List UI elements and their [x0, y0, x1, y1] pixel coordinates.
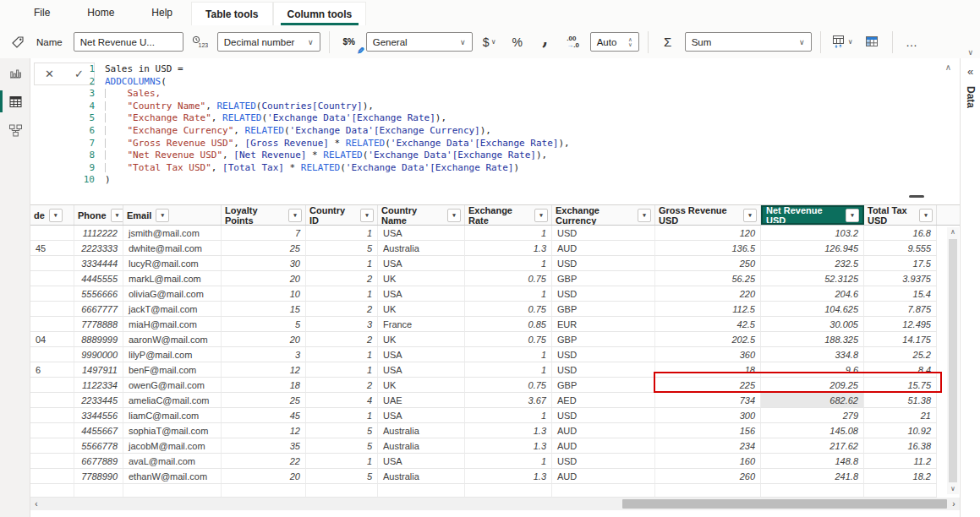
table-cell[interactable]: 21 [864, 408, 937, 423]
filter-dropdown-icon[interactable]: ▾ [743, 209, 757, 222]
scroll-left-icon[interactable]: ‹ [30, 498, 42, 510]
table-cell[interactable]: 360 [655, 347, 761, 362]
table-cell[interactable]: lucyR@mail.com [123, 256, 222, 271]
filter-dropdown-icon[interactable]: ▾ [360, 209, 374, 222]
filter-dropdown-icon[interactable]: ▾ [534, 209, 548, 222]
table-cell[interactable] [30, 393, 74, 408]
formula-bar-resize-handle[interactable] [909, 195, 924, 198]
table-cell[interactable]: 20 [222, 332, 306, 347]
table-cell[interactable]: 103.2 [761, 226, 864, 241]
summarization-select[interactable]: Sum∨ [685, 32, 812, 52]
table-cell[interactable]: 30 [222, 256, 306, 271]
table-cell[interactable]: 160 [655, 454, 761, 469]
table-cell[interactable]: owenG@mail.com [123, 378, 222, 393]
table-cell[interactable]: 9.6 [761, 362, 864, 378]
column-name-input[interactable]: Net Revenue U... [74, 32, 183, 52]
column-header-exchange-rate[interactable]: Exchange Rate▾ [465, 205, 552, 225]
table-cell[interactable]: 279 [761, 408, 864, 423]
table-cell[interactable]: 12 [222, 362, 306, 378]
table-cell[interactable]: UK [378, 271, 465, 286]
thousands-separator-button[interactable]: , [534, 29, 556, 49]
table-cell[interactable]: 45 [222, 408, 306, 423]
table-cell[interactable]: 20 [222, 271, 306, 286]
table-cell[interactable] [30, 454, 74, 469]
table-cell[interactable]: USD [552, 226, 655, 241]
table-cell[interactable]: 1 [465, 362, 552, 378]
table-cell[interactable]: 10 [222, 286, 306, 302]
data-groups-button[interactable] [862, 32, 884, 52]
table-cell[interactable]: 217.62 [761, 438, 864, 454]
column-header-country-id[interactable]: Country ID▾ [306, 205, 378, 225]
table-cell[interactable]: 3 [222, 347, 306, 362]
table-cell[interactable]: 209.25 [761, 378, 864, 393]
column-header-net-revenue-usd[interactable]: Net Revenue USD▾ [761, 205, 864, 225]
table-cell[interactable]: USA [378, 347, 465, 362]
table-cell[interactable]: 120 [655, 226, 761, 241]
table-cell[interactable]: 3.9375 [864, 271, 937, 286]
column-header-phone[interactable]: Phone▾ [74, 205, 123, 225]
table-cell[interactable]: 25 [222, 393, 306, 408]
table-cell[interactable]: 1 [465, 286, 552, 302]
table-cell[interactable]: 1.3 [465, 469, 552, 484]
table-cell[interactable]: 225 [655, 378, 761, 393]
table-cell[interactable]: 1 [306, 286, 378, 302]
filter-dropdown-icon[interactable]: ▾ [846, 209, 859, 222]
scroll-up-icon[interactable]: ∧ [947, 227, 959, 237]
table-cell[interactable]: 0.75 [465, 378, 552, 393]
table-cell[interactable]: 11.2 [864, 454, 937, 469]
table-cell[interactable]: 12.495 [864, 317, 937, 332]
table-cell[interactable] [30, 271, 74, 286]
table-cell[interactable]: USA [378, 226, 465, 241]
table-cell[interactable]: 42.5 [655, 317, 761, 332]
table-cell[interactable]: aaronW@mail.com [123, 332, 222, 347]
table-cell[interactable]: jsmith@mail.com [123, 226, 222, 241]
table-cell[interactable]: 30.005 [761, 317, 864, 332]
format-select[interactable]: General∨ [366, 32, 473, 52]
table-cell[interactable]: 5 [306, 241, 378, 256]
table-cell[interactable]: 1122334 [74, 378, 123, 393]
table-cell[interactable]: 4455667 [74, 423, 123, 438]
table-cell[interactable]: 04 [30, 332, 74, 347]
table-cell[interactable]: ethanW@mail.com [123, 469, 222, 484]
table-cell[interactable]: USD [552, 286, 655, 302]
table-cell[interactable]: 3.67 [465, 393, 552, 408]
table-cell[interactable]: UK [378, 332, 465, 347]
formula-bar[interactable]: ✕ ✓ ∧ 1Sales in USD = 2ADDCOLUMNS(3 Sale… [30, 58, 960, 205]
data-view-button[interactable] [0, 87, 30, 116]
scroll-down-icon[interactable]: ∨ [947, 484, 959, 494]
table-cell[interactable] [30, 423, 74, 438]
table-cell[interactable]: 5 [306, 469, 378, 484]
table-cell[interactable]: 126.945 [761, 241, 864, 256]
table-cell[interactable]: 1 [465, 256, 552, 271]
table-cell[interactable]: UK [378, 378, 465, 393]
table-cell[interactable]: 0.75 [465, 302, 552, 317]
table-cell[interactable]: 8889999 [74, 332, 123, 347]
table-cell[interactable]: 10.92 [864, 423, 937, 438]
spinner-down-icon[interactable]: ∨ [628, 42, 632, 47]
table-cell[interactable]: 334.8 [761, 347, 864, 362]
table-cell[interactable]: 220 [655, 286, 761, 302]
table-cell[interactable]: USD [552, 362, 655, 378]
table-cell[interactable]: 232.5 [761, 256, 864, 271]
table-cell[interactable]: USD [552, 408, 655, 423]
table-cell[interactable]: GBP [552, 332, 655, 347]
table-cell[interactable]: 15 [222, 302, 306, 317]
table-cell[interactable] [30, 378, 74, 393]
table-cell[interactable]: 2223333 [74, 241, 123, 256]
table-cell[interactable] [30, 408, 74, 423]
table-cell[interactable]: 1 [465, 454, 552, 469]
currency-format-button[interactable]: $∨ [479, 32, 501, 52]
dax-code[interactable]: 1Sales in USD = 2ADDCOLUMNS(3 Sales,4 "C… [68, 63, 934, 187]
table-cell[interactable]: USD [552, 347, 655, 362]
table-cell[interactable] [30, 226, 74, 241]
menu-home[interactable]: Home [68, 0, 133, 25]
table-cell[interactable]: 1.3 [465, 241, 552, 256]
table-cell[interactable]: GBP [552, 271, 655, 286]
table-cell[interactable]: 2 [306, 271, 378, 286]
table-cell[interactable]: 156 [655, 423, 761, 438]
table-cell[interactable]: 2 [306, 332, 378, 347]
filter-dropdown-icon[interactable]: ▾ [638, 209, 651, 222]
filter-dropdown-icon[interactable]: ▾ [49, 209, 63, 222]
horizontal-scroll-thumb[interactable] [622, 499, 947, 509]
table-cell[interactable]: GBP [552, 302, 655, 317]
